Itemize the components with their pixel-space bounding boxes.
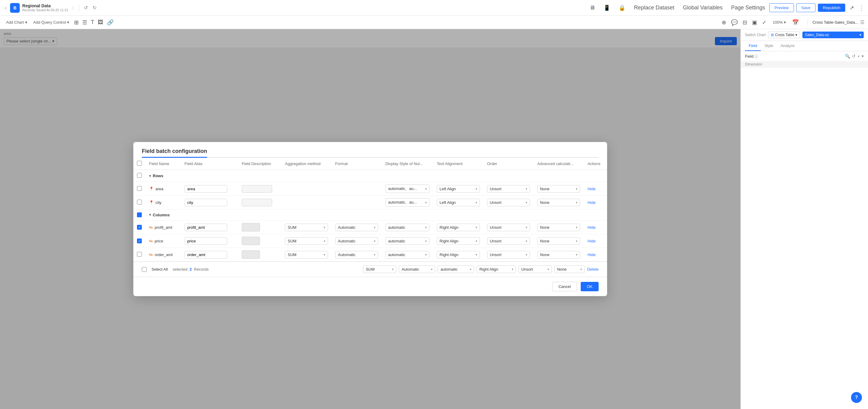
format-select-order_amt[interactable]: Automatic ▾ <box>335 251 378 259</box>
row-checkbox-city[interactable] <box>137 200 142 205</box>
align-select-profit_amt[interactable]: Right Align ▾ <box>437 224 479 231</box>
null-select-area[interactable]: automatic、au... ▾ <box>385 184 429 193</box>
advanced-select-price[interactable]: None ▾ <box>537 237 580 245</box>
cancel-button[interactable]: Cancel <box>552 282 577 291</box>
agg-select-order_amt[interactable]: SUM ▾ <box>285 251 328 259</box>
redo-button[interactable]: ↻ <box>91 4 98 12</box>
bottom-aggregation-select[interactable]: SUM ▾ <box>363 266 396 273</box>
alias-input-area[interactable] <box>185 185 227 193</box>
save-button[interactable]: Save <box>796 3 816 12</box>
hide-link-profit_amt[interactable]: Hide <box>587 225 596 230</box>
comment-button[interactable]: 💬 <box>730 18 739 27</box>
lock-button[interactable]: 🔒 <box>617 3 627 12</box>
more-field-button[interactable]: ▾ <box>862 54 864 59</box>
favorite-icon[interactable]: ☆ <box>71 5 75 11</box>
add-query-button[interactable]: Add Query Control ▾ <box>31 19 72 26</box>
tab-field[interactable]: Field <box>745 41 761 51</box>
row-checkbox-area[interactable] <box>137 186 142 191</box>
color-swatch-price[interactable] <box>242 237 260 245</box>
order-select-city[interactable]: Unsort ▾ <box>487 199 530 206</box>
help-button[interactable]: ? <box>851 392 862 403</box>
null-select-order_amt[interactable]: automatic ▾ <box>385 251 429 259</box>
bottom-format-select[interactable]: Automatic ▾ <box>399 266 435 273</box>
color-swatch-profit_amt[interactable] <box>242 223 260 232</box>
image-button[interactable]: 🖼 <box>97 18 104 27</box>
row-checkbox-order_amt[interactable] <box>137 252 142 257</box>
format-select-profit_amt[interactable]: Automatic ▾ <box>335 224 378 231</box>
bottom-advanced-select[interactable]: None ▾ <box>554 266 585 273</box>
calendar-button[interactable]: 📅 <box>791 18 800 27</box>
alias-input-order_amt[interactable] <box>185 251 227 259</box>
color-swatch-order_amt[interactable] <box>242 250 260 259</box>
hide-link-city[interactable]: Hide <box>587 200 596 205</box>
alias-input-profit_amt[interactable] <box>185 224 227 231</box>
table-button[interactable]: ☰ <box>81 18 88 27</box>
null-select-profit_amt[interactable]: automatic ▾ <box>385 224 429 231</box>
preview-icon[interactable]: ▣ <box>751 18 758 27</box>
page-settings-button[interactable]: Page Settings <box>729 3 767 12</box>
cross-table-chip[interactable]: ⊞ Cross Table ▾ <box>768 32 800 38</box>
hide-link-order_amt[interactable]: Hide <box>587 252 596 257</box>
null-select-city[interactable]: automatic、au... ▾ <box>385 198 429 207</box>
format-select-price[interactable]: Automatic ▾ <box>335 237 378 245</box>
desc-input-area[interactable] <box>242 185 272 193</box>
columns-toggle[interactable]: ▾ Columns <box>149 213 603 217</box>
rows-toggle[interactable]: ▾ Rows <box>149 174 603 178</box>
back-button[interactable]: ‹ <box>4 4 8 12</box>
tab-analyze[interactable]: Analyze <box>777 41 798 51</box>
align-select-order_amt[interactable]: Right Align ▾ <box>437 251 479 259</box>
order-select-profit_amt[interactable]: Unsort ▾ <box>487 224 530 231</box>
row-checkbox-price[interactable]: ✓ <box>137 238 142 243</box>
select-all-checkbox[interactable] <box>142 267 147 272</box>
agg-select-price[interactable]: SUM ▾ <box>285 237 328 245</box>
refresh-field-button[interactable]: ↺ <box>852 54 856 59</box>
align-select-price[interactable]: Right Align ▾ <box>437 237 479 245</box>
align-select-city[interactable]: Left Align ▾ <box>437 199 479 206</box>
bottom-order-select[interactable]: Unsort ▾ <box>519 266 552 273</box>
bottom-null-select[interactable]: automatic ▾ <box>438 266 474 273</box>
section-rows-checkbox[interactable] <box>137 173 142 178</box>
more-options-icon[interactable]: ⋮ <box>858 4 864 11</box>
global-variables-button[interactable]: Global Variables <box>681 3 724 12</box>
delete-link[interactable]: Delete <box>587 267 599 272</box>
order-select-area[interactable]: Unsort ▾ <box>487 185 530 193</box>
hide-link-area[interactable]: Hide <box>587 186 596 191</box>
undo-button[interactable]: ↺ <box>83 4 89 12</box>
bottom-alignment-select[interactable]: Right Align ▾ <box>476 266 516 273</box>
advanced-select-order_amt[interactable]: None ▾ <box>537 251 580 259</box>
panel-menu-button[interactable]: ☰ <box>860 20 864 25</box>
tab-style[interactable]: Style <box>761 41 777 51</box>
alias-input-city[interactable] <box>185 199 227 206</box>
select-all-header-checkbox[interactable] <box>137 161 142 166</box>
advanced-select-profit_amt[interactable]: None ▾ <box>537 224 580 231</box>
dataset-select[interactable]: Sales_Data-us ▾ <box>802 32 864 38</box>
desc-input-city[interactable] <box>242 199 272 206</box>
replace-dataset-button[interactable]: Replace Dataset <box>632 3 676 12</box>
ok-button[interactable]: OK <box>581 282 599 291</box>
align-select-area[interactable]: Left Align ▾ <box>437 185 479 193</box>
desktop-view-button[interactable]: 🖥 <box>588 3 597 12</box>
text-button[interactable]: T <box>90 18 95 27</box>
republish-button[interactable]: Republish <box>818 4 845 12</box>
alias-input-price[interactable] <box>185 237 227 245</box>
mobile-view-button[interactable]: 📱 <box>602 3 612 12</box>
hide-link-price[interactable]: Hide <box>587 239 596 243</box>
export-button[interactable]: ↗ <box>848 3 856 12</box>
advanced-select-city[interactable]: None ▾ <box>537 199 580 206</box>
order-select-order_amt[interactable]: Unsort ▾ <box>487 251 530 259</box>
agg-select-profit_amt[interactable]: SUM ▾ <box>285 224 328 231</box>
layout-button[interactable]: ⊞ <box>73 18 80 27</box>
align-button[interactable]: ⊕ <box>720 18 727 27</box>
row-checkbox-profit_amt[interactable]: ✓ <box>137 225 142 230</box>
order-select-price[interactable]: Unsort ▾ <box>487 237 530 245</box>
preview-button[interactable]: Preview <box>769 3 794 12</box>
search-field-button[interactable]: 🔍 <box>845 54 850 59</box>
zoom-control[interactable]: 100% ▾ <box>770 19 788 26</box>
link-button[interactable]: 🔗 <box>106 18 115 27</box>
check-button[interactable]: ✓ <box>761 18 768 27</box>
advanced-select-area[interactable]: None ▾ <box>537 185 580 193</box>
add-chart-button[interactable]: Add Chart ▾ <box>4 19 30 26</box>
grid-button[interactable]: ⊟ <box>741 18 748 27</box>
null-select-price[interactable]: automatic ▾ <box>385 237 429 245</box>
add-field-button[interactable]: + <box>857 54 860 59</box>
